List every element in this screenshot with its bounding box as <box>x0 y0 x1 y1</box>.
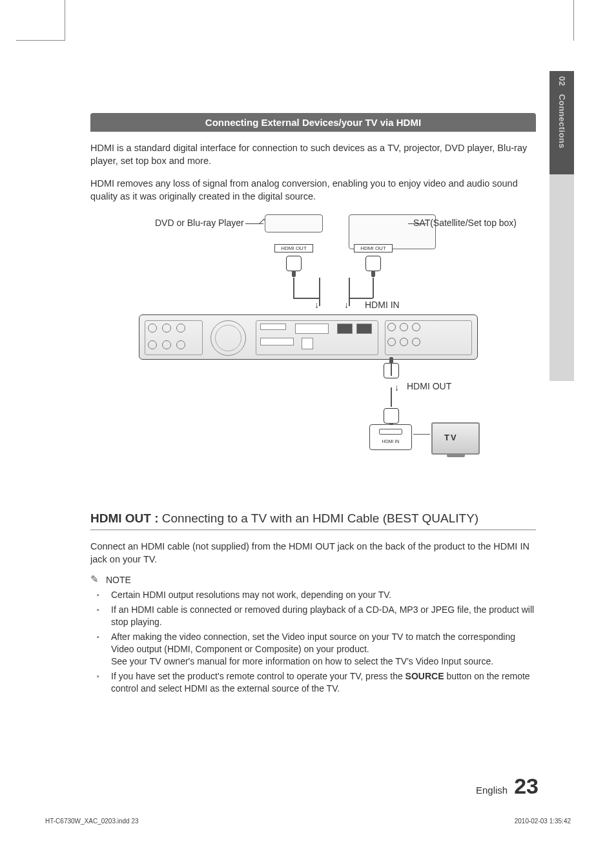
connect-paragraph: Connect an HDMI cable (not supplied) fro… <box>90 540 536 566</box>
av-out-group <box>385 320 472 355</box>
speaker-out-group <box>145 320 203 355</box>
print-metadata: HT-C6730W_XAC_0203.indd 23 2010-02-03 1:… <box>45 818 571 825</box>
chapter-number: 02 <box>557 76 567 86</box>
hdmi-plug-icon <box>384 408 399 424</box>
hdmi-out-tag: HDMI OUT <box>274 244 313 252</box>
io-group <box>256 320 378 355</box>
note-heading: NOTE <box>90 575 536 585</box>
crop-mark <box>65 0 65 41</box>
sat-label: SAT(Satellite/Set top box) <box>413 218 517 228</box>
print-timestamp: 2010-02-03 1:35:42 <box>515 818 571 825</box>
subsection-heading: HDMI OUT : Connecting to a TV with an HD… <box>90 511 536 530</box>
intro-paragraph-2: HDMI removes any loss of signal from ana… <box>90 178 536 203</box>
crop-mark <box>16 40 65 41</box>
arrow-down-icon: ↓ <box>344 300 349 310</box>
chapter-title: Connections <box>557 94 567 149</box>
dvd-device-icon <box>265 214 323 232</box>
list-item: If an HDMI cable is connected or removed… <box>108 604 536 628</box>
cable <box>391 360 392 376</box>
hdmi-out-label: HDMI OUT <box>407 381 451 391</box>
dvd-label: DVD or Blu-ray Player <box>155 218 244 228</box>
note-icon <box>90 575 102 584</box>
leader-line <box>245 223 263 224</box>
crop-mark <box>573 0 574 41</box>
hdmi-plug-icon <box>286 256 302 271</box>
list-item: Certain HDMI output resolutions may not … <box>108 589 536 601</box>
heading-rest: Connecting to a TV with an HDMI Cable (B… <box>162 511 478 525</box>
heading-bold: HDMI OUT : <box>90 511 162 525</box>
cable <box>319 278 320 306</box>
connection-diagram: DVD or Blu-ray Player SAT(Satellite/Set … <box>90 214 536 486</box>
fan-icon <box>210 320 246 356</box>
chapter-tab: 02 Connections <box>549 71 574 381</box>
footer-language: English <box>476 785 508 796</box>
footer-page-number: 23 <box>514 774 539 799</box>
list-item: After making the video connection, set t… <box>108 631 536 668</box>
page-content: Connecting External Devices/your TV via … <box>90 113 536 697</box>
hdmi-out-tag: HDMI OUT <box>354 244 393 252</box>
cable <box>293 278 294 298</box>
cable <box>373 278 374 298</box>
page-footer: English 23 <box>476 774 539 799</box>
receiver-rear-panel <box>139 314 478 360</box>
print-file: HT-C6730W_XAC_0203.indd 23 <box>45 818 139 825</box>
tv-hdmi-in-port: HDMI IN <box>369 424 412 450</box>
arrow-down-icon: ↓ <box>314 300 319 310</box>
intro-paragraph-1: HDMI is a standard digital interface for… <box>90 142 536 167</box>
hdmi-plug-icon <box>365 256 381 271</box>
leader-line <box>413 434 430 435</box>
section-banner: Connecting External Devices/your TV via … <box>90 113 536 132</box>
arrow-down-icon: ↓ <box>395 382 399 393</box>
note-list: Certain HDMI output resolutions may not … <box>90 589 536 694</box>
cable <box>293 298 319 299</box>
cable <box>349 278 350 306</box>
hdmi-in-label: HDMI IN <box>365 300 400 310</box>
list-item: If you have set the product's remote con… <box>108 670 536 695</box>
tv-label: TV <box>444 433 458 442</box>
cable <box>391 387 392 407</box>
cable <box>349 298 373 299</box>
note-heading-text: NOTE <box>106 575 131 585</box>
